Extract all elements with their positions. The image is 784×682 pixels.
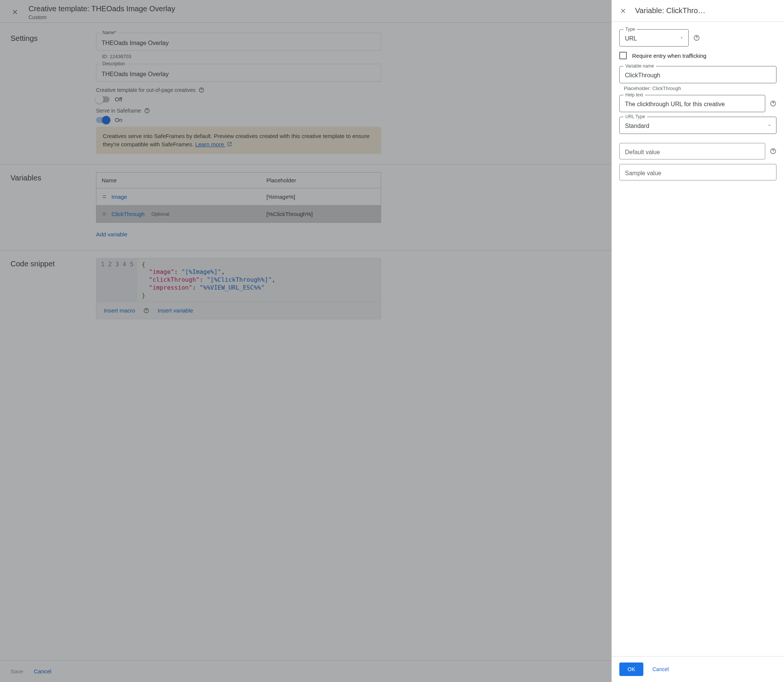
help-text-label: Help text [623,92,645,97]
close-panel-button[interactable] [618,6,628,15]
url-type-value: Standard [625,123,771,130]
chevron-down-icon [679,36,684,40]
variable-name-value: ClickThrough [625,72,771,80]
help-icon[interactable] [770,100,776,107]
cancel-button[interactable]: Cancel [651,663,670,676]
panel-header: Variable: ClickThro… [612,0,784,22]
type-select-label: Type [623,27,637,32]
variable-name-label: Variable name [623,64,656,69]
variable-name-field[interactable]: Variable name ClickThrough [619,66,776,83]
type-select[interactable]: Type URL [619,29,689,46]
sample-value-field[interactable]: Sample value [619,164,776,180]
require-entry-checkbox[interactable] [619,52,627,59]
page-root: Creative template: THEOads Image Overlay… [0,0,784,682]
variable-panel: Variable: ClickThro… Type URL Require en… [612,0,784,682]
ok-button[interactable]: OK [619,663,643,676]
panel-footer: OK Cancel [612,656,784,682]
panel-title: Variable: ClickThro… [635,6,777,15]
sample-value-placeholder: Sample value [625,170,771,177]
variable-name-subtext: Placeholder: ClickThrough [624,86,776,91]
url-type-label: URL Type [623,114,647,119]
url-type-select[interactable]: URL Type Standard [619,117,776,134]
default-value-placeholder: Default value [625,149,760,156]
help-text-field[interactable]: Help text The clickthrough URL for this … [619,95,765,112]
svg-point-9 [773,105,773,105]
help-icon[interactable] [770,148,776,155]
type-select-value: URL [625,35,683,43]
close-icon [619,7,627,14]
help-icon[interactable] [693,35,700,41]
require-entry-label: Require entry when trafficking [632,53,706,59]
chevron-down-icon [767,123,771,127]
svg-point-11 [773,152,773,153]
default-value-field[interactable]: Default value [619,143,765,159]
help-text-value: The clickthrough URL for this creative [625,101,760,108]
